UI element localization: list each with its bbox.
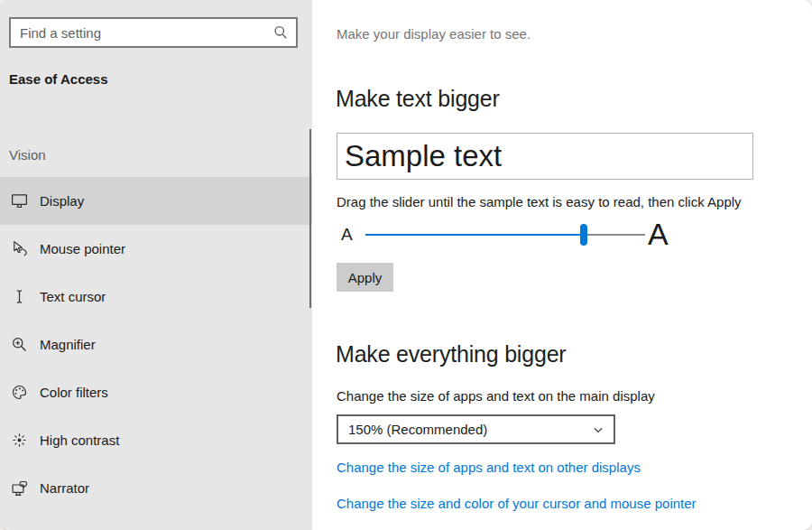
slider-instruction: Drag the slider until the sample text is… xyxy=(337,194,742,209)
slider-min-label: A xyxy=(341,225,353,245)
search-input[interactable] xyxy=(11,19,296,46)
sidebar-scrollbar-thumb[interactable] xyxy=(309,129,311,308)
settings-link-2[interactable]: Change the size and color of your cursor… xyxy=(337,496,697,511)
slider-max-label: A xyxy=(648,217,669,252)
search-box xyxy=(9,17,298,48)
sidebar-section-vision: Vision xyxy=(9,147,46,163)
text-cursor-icon xyxy=(10,287,29,306)
make-everything-bigger-heading: Make everything bigger xyxy=(336,341,566,367)
magnifier-icon xyxy=(10,335,29,354)
sidebar-title: Ease of Access xyxy=(9,71,108,87)
sidebar-item-color-filters[interactable]: Color filters xyxy=(0,368,312,416)
scale-dropdown-label: Change the size of apps and text on the … xyxy=(337,388,655,404)
high-contrast-icon xyxy=(10,431,29,450)
make-text-bigger-heading: Make text bigger xyxy=(336,86,500,112)
apply-button[interactable]: Apply xyxy=(337,263,393,292)
sample-text: Sample text xyxy=(345,139,502,173)
related-links: Change the size of apps and text on othe… xyxy=(337,460,697,530)
scale-dropdown[interactable]: 150% (Recommended) xyxy=(337,414,615,444)
settings-link-1[interactable]: Change the size of apps and text on othe… xyxy=(337,460,697,475)
search-icon xyxy=(272,23,290,42)
sidebar-item-mouse-pointer[interactable]: Mouse pointer xyxy=(0,225,312,273)
sidebar-item-narrator[interactable]: Narrator xyxy=(0,464,312,512)
page-subtitle: Make your display easier to see. xyxy=(337,26,531,42)
slider-thumb[interactable] xyxy=(580,224,587,246)
scale-dropdown-value: 150% (Recommended) xyxy=(348,422,592,437)
display-icon xyxy=(10,191,29,210)
sidebar-item-high-contrast[interactable]: High contrast xyxy=(0,416,312,464)
slider-track[interactable] xyxy=(365,234,645,236)
sample-text-preview: Sample text xyxy=(337,133,753,180)
sidebar: Ease of Access Vision Display Mouse poin… xyxy=(0,0,312,530)
slider-fill xyxy=(365,234,584,236)
narrator-icon xyxy=(10,479,29,497)
text-size-slider: A A xyxy=(337,217,706,253)
color-filters-icon xyxy=(10,383,29,402)
chevron-down-icon xyxy=(592,423,604,436)
sidebar-nav: Display Mouse pointer Text cursor Magnif… xyxy=(0,177,312,512)
sidebar-item-display[interactable]: Display xyxy=(0,177,312,225)
mouse-pointer-icon xyxy=(10,239,29,258)
main-content: Make your display easier to see. Make te… xyxy=(312,0,812,530)
sidebar-item-magnifier[interactable]: Magnifier xyxy=(0,321,312,368)
settings-window: Ease of Access Vision Display Mouse poin… xyxy=(0,0,812,530)
sidebar-item-text-cursor[interactable]: Text cursor xyxy=(0,273,312,321)
